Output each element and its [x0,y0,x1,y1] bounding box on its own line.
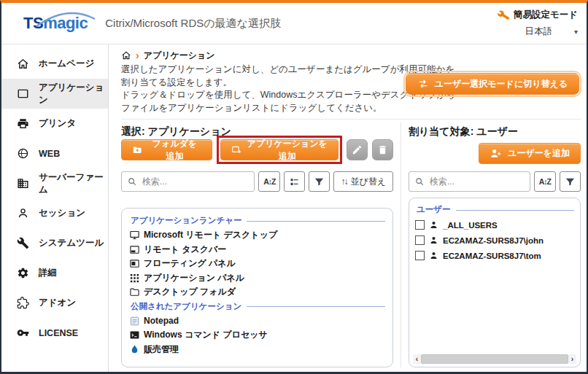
puzzle-icon [17,297,29,309]
application-list-item[interactable]: デスクトップ フォルダ [129,285,385,300]
application-list-item[interactable]: アプリケーション パネル [129,271,385,286]
sidebar-item[interactable]: プリンタ [1,109,108,139]
sidebar-item[interactable]: 詳細 [1,258,108,288]
edit-button[interactable] [347,139,368,160]
breadcrumb: › アプリケーション [121,48,581,63]
delete-button[interactable] [372,139,393,160]
sort-az-button[interactable]: A↕Z [534,171,556,192]
user-icon [429,251,438,260]
sidebar-item-label: システムツール [39,237,104,249]
chevron-right-icon: › [136,50,139,61]
breadcrumb-current: アプリケーション [144,50,215,62]
user-icon [429,220,438,230]
application-search-input[interactable] [121,171,255,192]
section-header: 公開されたアプリケーション [131,301,385,312]
application-list-item[interactable]: リモート タスクバー [129,243,385,257]
application-section: 公開されたアプリケーション Notepad [129,301,385,357]
sidebar-item[interactable]: セッション [1,198,108,228]
sidebar-item[interactable]: アプリケーション [1,79,108,109]
main-content: › アプリケーション 選択したアプリケーションに対し、どのユーザーまたはグループ… [109,44,587,372]
sidebar-item[interactable]: ホームページ [1,49,108,79]
application-list[interactable]: アプリケーションランチャー Microsoft リモート デスクトップ [121,208,393,367]
building-icon [17,177,29,190]
sidebar-item[interactable]: サーバーファーム [1,168,108,198]
section-header: アプリケーションランチャー [131,215,385,226]
application-list-item[interactable]: Microsoft リモート デスクトップ [129,228,385,243]
user-list-item[interactable]: EC2AMAZ-SURS8J7\john [415,233,574,248]
caret-down-icon[interactable]: ▾ [574,28,578,36]
add-user-button[interactable]: ユーザーを追加 [479,143,581,164]
section-header: ユーザー [417,204,574,215]
user-list[interactable]: ユーザー _ALL_USERS [409,198,581,367]
user-checkbox[interactable] [415,251,425,260]
list-view-icon [289,176,300,187]
home-icon [17,58,29,70]
switch-to-user-mode-button[interactable]: ユーザー選択モードに切り替える [406,73,579,95]
sort-az-button[interactable]: A↕Z [258,171,280,192]
application-list-item[interactable]: 販売管理 [129,343,385,357]
add-application-button[interactable]: アプリケーションを追加 [220,139,339,160]
search-icon [414,176,425,187]
window-plus-icon [231,144,241,156]
person-icon [17,207,29,219]
application-list-item[interactable]: Notepad [129,314,385,329]
filter-button[interactable] [309,171,330,192]
wrench-icon [496,8,510,22]
application-list-item[interactable]: Windows コマンド プロセッサ [129,328,385,343]
language-select[interactable]: 日本語 ▾ [525,26,578,38]
wrench-icon [17,237,29,249]
mode-label: 簡易設定モード [514,9,578,21]
monitor-icon [129,230,140,241]
cmd-icon [129,330,140,340]
user-list-item[interactable]: _ALL_USERS [415,217,574,233]
user-list-item[interactable]: EC2AMAZ-SURS8J7\tom [415,248,574,263]
logo-text-ts: TS [23,14,43,32]
sidebar-item-label: セッション [39,207,85,219]
drop-icon [129,344,140,355]
mode-indicator[interactable]: 簡易設定モード [498,9,578,21]
filter-button[interactable] [560,171,581,192]
filter-icon [314,176,325,187]
scrollbar-thumb[interactable] [421,354,568,364]
sidebar-item-label: サーバーファーム [39,171,108,196]
person-plus-icon [490,147,502,160]
user-icon [429,235,438,245]
floating-panel-icon [129,258,140,269]
sidebar-item-label: 詳細 [39,267,57,279]
window-icon [17,87,29,100]
app-logo: TSmagic [23,14,88,33]
user-search [409,171,530,192]
key-icon [17,327,29,339]
sidebar-item[interactable]: LICENSE [1,318,108,348]
view-mode-button[interactable] [284,171,305,192]
home-icon[interactable] [121,50,131,61]
sort-arrows-icon: ↑↓ [341,176,347,187]
notepad-icon [129,316,140,327]
user-checkbox[interactable] [415,220,425,230]
user-checkbox[interactable] [415,235,425,245]
horizontal-scrollbar[interactable]: ‹ › [413,354,576,364]
sidebar-item-label: アドオン [39,297,76,309]
application-list-item[interactable]: フローティング パネル [129,257,385,271]
grid-icon [129,273,140,284]
globe-icon [17,147,29,160]
sidebar-item-label: プリンタ [39,117,76,130]
sidebar: ホームページ アプリケーション プリンタ WEB [1,44,109,372]
application-search [121,171,255,192]
pencil-icon [352,144,363,155]
scroll-right-arrow[interactable]: › [568,354,576,364]
sidebar-item[interactable]: アドオン [1,288,108,318]
app-window: TSmagic Citrix/Microsoft RDSの最適な選択肢 簡易設定… [0,0,588,374]
scroll-left-arrow[interactable]: ‹ [413,354,421,364]
sidebar-item[interactable]: システムツール [1,228,108,258]
logo-text-magic: magic [43,14,88,32]
sidebar-item-label: アプリケーション [39,82,108,106]
users-panel: 割り当て対象: ユーザー ユーザーを追加 A↕Z [401,122,581,367]
sidebar-item[interactable]: WEB [1,139,108,168]
application-section: アプリケーションランチャー Microsoft リモート デスクトップ [129,215,385,300]
user-search-input[interactable] [409,171,530,192]
sort-order-button[interactable]: ↑↓ 並び替え [333,171,393,192]
add-folder-button[interactable]: フォルダを追加 [121,139,212,160]
printer-icon [17,117,29,130]
swap-arrows-icon [417,78,429,90]
